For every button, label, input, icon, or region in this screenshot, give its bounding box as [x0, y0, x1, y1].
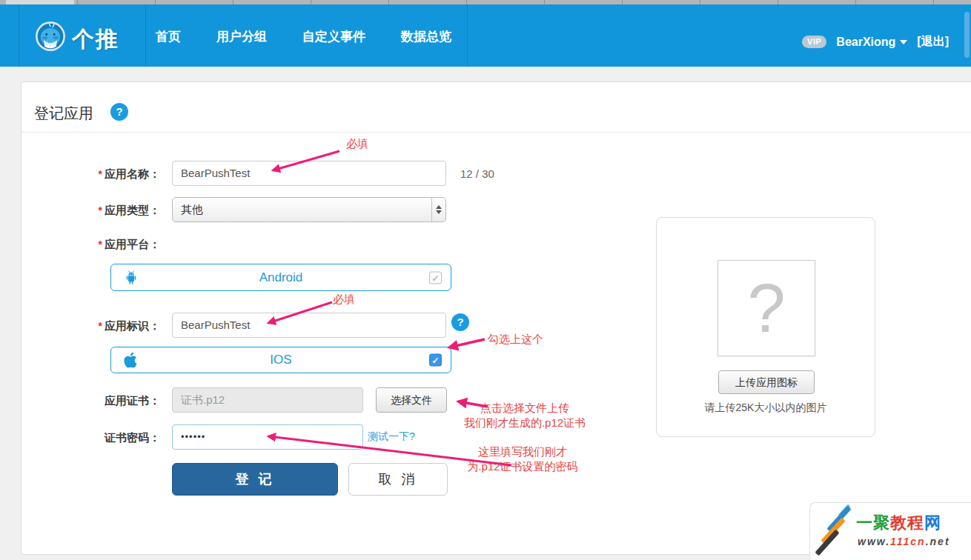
watermark-site-name: 一聚教程网	[856, 512, 941, 534]
choose-file-button[interactable]: 选择文件	[376, 387, 447, 413]
annotation-required-id: 必填	[333, 293, 355, 307]
nav-item-data-overview[interactable]: 数据总览	[401, 28, 451, 45]
app-name-label: *应用名称：	[23, 167, 160, 181]
chevron-down-icon	[900, 40, 907, 44]
platform-ios-option[interactable]: IOS ✓	[110, 347, 451, 373]
app-icon-placeholder: ?	[718, 260, 815, 356]
select-stepper-icon	[431, 198, 445, 221]
cancel-button[interactable]: 取 消	[348, 463, 448, 496]
upload-hint: 请上传25K大小以内的图片	[657, 401, 875, 415]
watermark: 一聚教程网 www.111cn.net	[809, 502, 971, 560]
nav-item-custom-events[interactable]: 自定义事件	[302, 28, 365, 45]
header-divider	[467, 4, 468, 67]
test-link[interactable]: 测试一下?	[368, 430, 415, 444]
register-app-card: 登记应用 ? *应用名称： BearPushTest 12 / 30 *应用类型…	[21, 81, 971, 555]
app-id-input[interactable]: BearPushTest	[172, 313, 446, 338]
title-separator	[21, 132, 971, 133]
vip-badge: VIP	[802, 36, 826, 48]
top-navbar: 个推 首页 用户分组 自定义事件 数据总览 VIP BearXiong [退出]	[0, 4, 971, 67]
page-title: 登记应用	[34, 104, 93, 124]
platform-android-option[interactable]: Android ✓	[110, 264, 451, 291]
required-asterisk: *	[99, 320, 102, 332]
annotation-password: 这里填写我们刚才 为.p12证书设置的密码	[448, 444, 597, 474]
nav-item-user-groups[interactable]: 用户分组	[216, 28, 267, 45]
account-menu[interactable]: BearXiong	[836, 36, 907, 49]
required-asterisk: *	[99, 204, 102, 216]
android-checkbox[interactable]: ✓	[429, 271, 442, 284]
logout-link[interactable]: [退出]	[917, 34, 949, 50]
watermark-site-url: www.111cn.net	[858, 536, 950, 547]
upload-icon-button[interactable]: 上传应用图标	[718, 370, 815, 394]
scrollbar-thumb[interactable]	[964, 12, 970, 58]
annotation-certificate: 点击选择文件上传 我们刚才生成的.p12证书	[451, 401, 599, 430]
cert-password-label: 证书密码：	[23, 431, 160, 445]
app-icon-upload-panel: ? 上传应用图标 请上传25K大小以内的图片	[656, 217, 875, 437]
cert-password-input[interactable]: ••••••	[172, 424, 363, 450]
header-divider	[145, 4, 146, 67]
header-account-area: VIP BearXiong [退出]	[802, 34, 949, 50]
certificate-label: 应用证书：	[23, 394, 160, 408]
char-counter: 12 / 30	[460, 167, 494, 180]
main-nav: 首页 用户分组 自定义事件 数据总览	[156, 28, 451, 45]
getui-whale-logo-icon[interactable]	[35, 21, 66, 52]
app-id-help-icon[interactable]: ?	[451, 313, 469, 331]
app-registration-page: 个推 首页 用户分组 自定义事件 数据总览 VIP BearXiong [退出]…	[0, 0, 971, 560]
app-platform-label: *应用平台：	[23, 238, 160, 252]
nav-item-home[interactable]: 首页	[156, 28, 181, 45]
header-divider	[19, 4, 19, 67]
annotation-check-this: 勾选上这个	[488, 333, 543, 347]
required-asterisk: *	[99, 239, 102, 250]
app-type-selected-value: 其他	[181, 203, 203, 216]
register-button[interactable]: 登 记	[172, 463, 338, 496]
ios-checkbox[interactable]: ✓	[429, 354, 442, 367]
brand-name: 个推	[72, 24, 119, 55]
ios-option-label: IOS	[111, 353, 451, 367]
required-asterisk: *	[99, 168, 102, 180]
android-option-label: Android	[111, 270, 451, 285]
title-help-icon[interactable]: ?	[110, 103, 128, 121]
app-id-label: *应用标识：	[23, 319, 160, 333]
certificate-file-input[interactable]: 证书.p12	[172, 387, 363, 413]
annotation-required-name: 必填	[346, 137, 368, 151]
account-username: BearXiong	[836, 36, 895, 49]
app-type-select[interactable]: 其他	[172, 197, 446, 222]
app-type-label: *应用类型：	[23, 204, 160, 218]
app-name-input[interactable]: BearPushTest	[172, 161, 446, 186]
